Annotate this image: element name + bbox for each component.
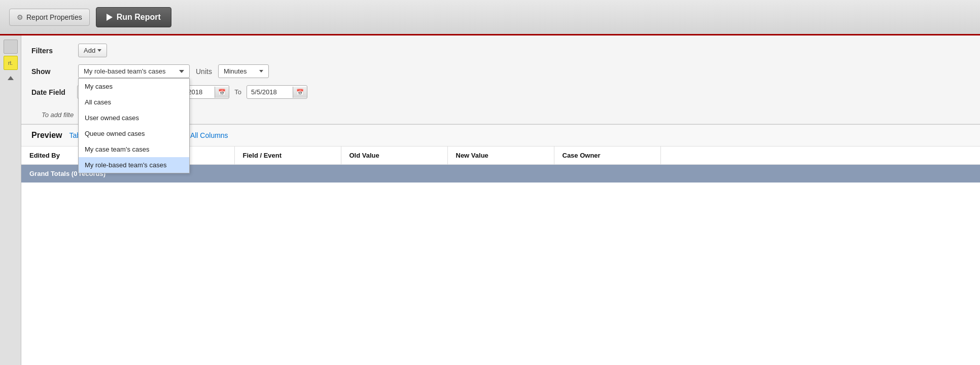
add-dropdown-arrow: [97, 49, 101, 52]
dropdown-item-queue-owned[interactable]: Queue owned cases: [79, 126, 189, 141]
from-calendar-button[interactable]: 📅: [215, 87, 229, 98]
filters-panel: Filters Add Show My role-based team's ca…: [21, 35, 980, 365]
to-date-input: 5/5/2018 📅: [247, 85, 307, 99]
to-calendar-icon: 📅: [296, 89, 304, 96]
to-label: To: [234, 88, 241, 96]
show-dropdown-menu: My cases All cases User owned cases Queu…: [78, 78, 190, 173]
gear-icon: ⚙: [17, 13, 23, 21]
filters-section: Filters Add Show My role-based team's ca…: [21, 35, 980, 124]
show-dropdown-arrow: [179, 70, 184, 73]
units-label: Units: [196, 67, 212, 76]
play-icon: [107, 14, 113, 21]
sidebar-tab-1[interactable]: [4, 40, 18, 54]
dropdown-item-my-case-team[interactable]: My case team's cases: [79, 141, 189, 157]
show-selected-value: My role-based team's cases: [84, 67, 165, 75]
filters-row: Filters Add: [31, 44, 970, 57]
col-header-empty: [660, 147, 980, 165]
toolbar: ⚙ Report Properties Run Report: [0, 0, 980, 35]
preview-title: Preview: [31, 131, 62, 140]
dropdown-item-my-cases[interactable]: My cases: [79, 79, 189, 94]
main-container: rt. Filters Add Show My role-based team': [0, 35, 980, 365]
calendar-icon: 📅: [218, 89, 226, 96]
sidebar-collapse-arrow[interactable]: [8, 76, 14, 80]
dropdown-item-all-cases[interactable]: All cases: [79, 94, 189, 110]
add-label: Add: [84, 47, 95, 54]
show-select-button[interactable]: My role-based team's cases: [78, 64, 190, 78]
filters-label: Filters: [31, 47, 72, 55]
units-dropdown-arrow: [259, 70, 263, 72]
report-properties-button[interactable]: ⚙ Report Properties: [9, 9, 90, 26]
run-report-label: Run Report: [117, 13, 161, 22]
show-row: Show My role-based team's cases My cases…: [31, 64, 970, 78]
sidebar-strip: rt.: [0, 35, 21, 365]
col-header-case-owner[interactable]: Case Owner: [554, 147, 660, 165]
show-label: Show: [31, 67, 72, 76]
to-calendar-button[interactable]: 📅: [293, 87, 307, 98]
sidebar-tab-2[interactable]: rt.: [4, 56, 18, 70]
col-header-old-value[interactable]: Old Value: [341, 147, 447, 165]
units-selected-value: Minutes: [224, 67, 247, 75]
to-date-value: 5/5/2018: [247, 86, 293, 98]
report-properties-label: Report Properties: [26, 13, 82, 21]
show-dropdown-container: My role-based team's cases My cases All …: [78, 64, 190, 78]
add-filter-button[interactable]: Add: [78, 44, 107, 57]
col-header-field-event[interactable]: Field / Event: [234, 147, 341, 165]
dropdown-item-role-based[interactable]: My role-based team's cases: [79, 157, 189, 173]
units-select-button[interactable]: Minutes: [218, 64, 269, 78]
run-report-button[interactable]: Run Report: [96, 7, 171, 27]
col-header-new-value[interactable]: New Value: [447, 147, 554, 165]
date-field-label: Date Field: [31, 88, 72, 96]
dropdown-item-user-owned[interactable]: User owned cases: [79, 110, 189, 126]
